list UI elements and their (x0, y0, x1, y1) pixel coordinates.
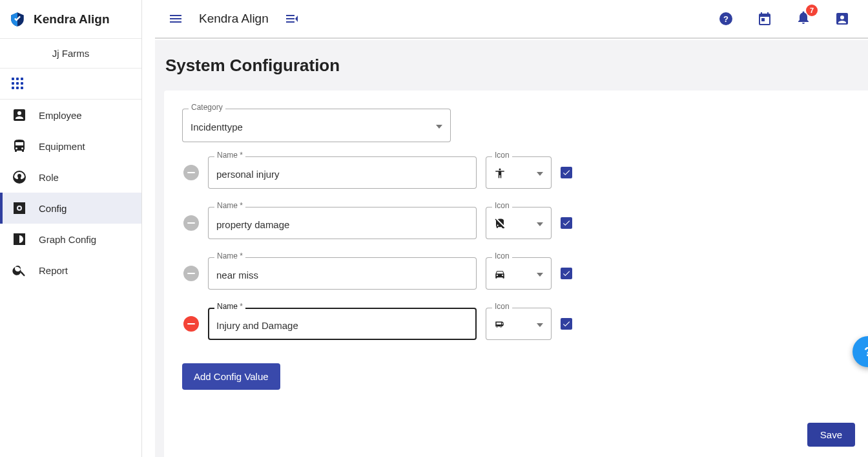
chevron-down-icon (537, 222, 543, 226)
menu-icon[interactable] (168, 11, 183, 27)
remove-row-button[interactable] (183, 215, 199, 231)
category-value: Incidenttype (191, 122, 243, 133)
name-field[interactable]: Name * (208, 207, 477, 239)
name-label: Name * (214, 302, 245, 311)
apps-launcher[interactable] (0, 69, 141, 100)
save-button[interactable]: Save (807, 423, 855, 447)
sidebar-item-label: Report (39, 265, 68, 276)
config-panel: Incidenttype Category Name *IconName *Ic… (164, 90, 868, 457)
sidebar-item-employee[interactable]: Employee (0, 100, 141, 131)
accessibility-icon (494, 167, 507, 180)
help-fab-label: ? (864, 345, 868, 359)
bus-icon (12, 138, 27, 154)
collapse-menu-icon[interactable] (284, 11, 300, 27)
chevron-down-icon (537, 172, 543, 176)
account-box-icon (12, 107, 27, 123)
car-icon (494, 268, 507, 281)
chevron-down-icon (436, 125, 442, 129)
search-icon (12, 262, 27, 278)
settings-apps-icon (12, 200, 27, 216)
remove-row-button[interactable] (183, 316, 199, 332)
minus-icon (187, 172, 195, 174)
help-icon[interactable]: ? (718, 11, 734, 27)
notification-badge: 7 (806, 5, 818, 16)
icon-label: Icon (492, 302, 512, 311)
icon-field[interactable]: Icon (486, 207, 552, 239)
enabled-checkbox[interactable] (561, 268, 572, 279)
icon-field[interactable]: Icon (486, 257, 552, 290)
topbar: Kendra Align ? 7 (155, 0, 868, 39)
config-row: Name *Icon (182, 257, 850, 290)
sidebar-item-graph-config[interactable]: Graph Config (0, 224, 141, 255)
sidebar-item-label: Equipment (39, 141, 85, 152)
icon-label: Icon (492, 251, 512, 260)
chevron-down-icon (537, 323, 543, 327)
sidebar-item-label: Graph Config (39, 234, 96, 245)
icon-label: Icon (492, 201, 512, 210)
page-title: System Configuration (165, 56, 340, 76)
topbar-title: Kendra Align (199, 12, 269, 26)
config-row: Name *Icon (182, 156, 850, 189)
org-name[interactable]: Jj Farms (0, 39, 141, 69)
minus-icon (187, 222, 195, 224)
subheader: System Configuration (155, 40, 868, 90)
sidebar-item-label: Employee (39, 110, 82, 121)
sidebar-item-label: Role (39, 172, 59, 183)
sidebar-item-role[interactable]: Role (0, 162, 141, 193)
icon-field[interactable]: Icon (486, 156, 552, 189)
config-row: Name *Icon (182, 207, 850, 239)
name-label: Name * (214, 201, 245, 210)
sidebar-item-report[interactable]: Report (0, 255, 141, 286)
chevron-down-icon (537, 273, 543, 277)
name-label: Name * (214, 251, 245, 260)
brand-logo-icon (9, 11, 26, 28)
supervised-circle-icon (12, 169, 27, 185)
name-input[interactable] (208, 308, 477, 340)
enabled-checkbox[interactable] (561, 167, 572, 178)
name-field[interactable]: Name * (208, 308, 477, 340)
remove-row-button[interactable] (183, 165, 199, 180)
shuttle-icon (494, 319, 507, 332)
config-rows: Name *IconName *IconName *IconName *Icon (182, 156, 850, 340)
contrast-box-icon (12, 231, 27, 247)
name-field[interactable]: Name * (208, 156, 477, 189)
brand-row: Kendra Align (0, 0, 141, 39)
calendar-icon[interactable] (757, 11, 772, 27)
no_transfer-icon (494, 218, 507, 231)
brand-title: Kendra Align (34, 12, 110, 27)
sidebar-item-label: Config (39, 203, 67, 214)
remove-row-button[interactable] (183, 266, 199, 281)
name-field[interactable]: Name * (208, 257, 477, 290)
sidebar-item-config[interactable]: Config (0, 193, 141, 224)
name-label: Name * (214, 151, 245, 160)
icon-field[interactable]: Icon (486, 308, 552, 340)
minus-icon (187, 323, 195, 325)
category-label: Category (189, 103, 225, 112)
apps-icon (12, 78, 25, 90)
sidebar: Kendra Align Jj Farms Employee Equipment… (0, 0, 142, 457)
category-field[interactable]: Incidenttype Category (182, 109, 451, 142)
svg-text:?: ? (723, 14, 728, 24)
account-icon[interactable] (834, 11, 850, 27)
name-input[interactable] (208, 207, 477, 239)
name-input[interactable] (208, 156, 477, 189)
name-input[interactable] (208, 257, 477, 290)
add-config-value-button[interactable]: Add Config Value (182, 363, 280, 390)
minus-icon (187, 273, 195, 275)
config-row: Name *Icon (182, 308, 850, 340)
enabled-checkbox[interactable] (561, 318, 572, 330)
sidebar-item-equipment[interactable]: Equipment (0, 131, 141, 162)
enabled-checkbox[interactable] (561, 217, 572, 229)
icon-label: Icon (492, 151, 512, 160)
notifications-button[interactable]: 7 (796, 10, 811, 28)
